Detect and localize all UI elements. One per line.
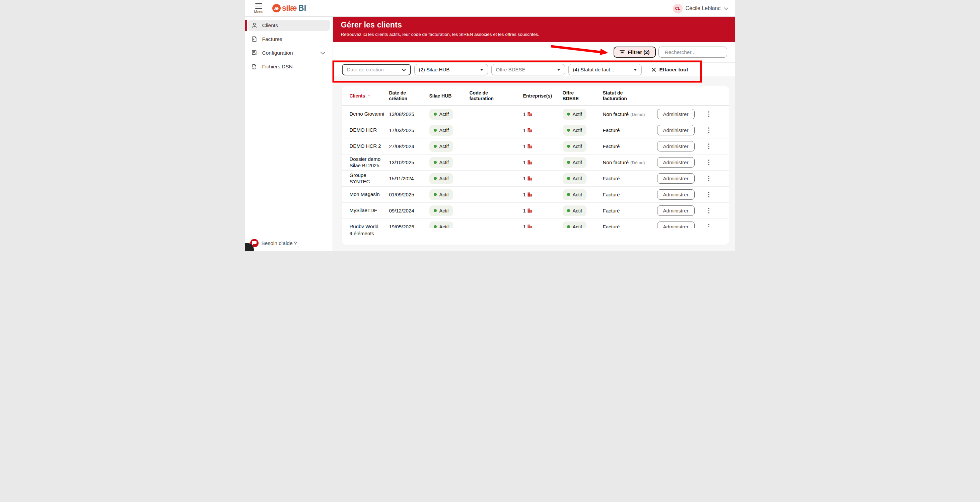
green-dot-icon [567,129,570,132]
table-row: MySilaeTDF09/12/2024Actif1ActifFacturéAd… [342,203,729,219]
administer-button[interactable]: Administrer [657,125,695,135]
row-menu-button[interactable] [707,142,711,150]
administer-button[interactable]: Administrer [657,206,695,216]
sidebar-item-clients[interactable]: Clients [248,20,330,31]
table-row: DEMO HCR 227/08/2024Actif1ActifFacturéAd… [342,139,729,155]
bdese-status: Actif [563,222,603,228]
column-header[interactable]: Code defacturation [469,90,523,102]
companies-cell: 1 [523,159,563,165]
row-menu-button[interactable] [707,158,711,167]
billing-status: Facturé [603,143,620,149]
administer-button[interactable]: Administrer [657,189,695,200]
table-row: Mon Magasin01/09/2025Actif1ActifFacturéA… [342,186,729,203]
administer-button[interactable]: Administrer [657,173,695,184]
column-header[interactable]: OffreBDESE [563,90,603,102]
action-cell: Administrer [657,109,697,119]
help-button[interactable]: Besoin d’aide ? [250,239,297,247]
action-cell: Administrer [657,125,697,135]
filter-select-statut-facturation[interactable]: (4) Statut de fact... [568,64,642,75]
filter-select-date-creation[interactable]: Date de création [342,64,411,75]
created-date: 17/03/2025 [389,127,430,133]
search-input[interactable] [665,49,732,55]
green-dot-icon [434,209,437,212]
companies-cell: 1 [523,208,563,214]
row-menu-button[interactable] [707,174,711,183]
client-name: Groupe SYNTEC [350,172,389,185]
filter-button[interactable]: Filtrer (2) [614,46,655,57]
status-active-pill: Actif [563,157,587,168]
building-icon [528,160,532,164]
created-date: 15/11/2024 [389,175,430,181]
filter-select-silae-hub[interactable]: (2) Silae HUB [414,64,488,75]
status-active-pill: Actif [430,173,453,184]
status-active-pill: Actif [563,109,587,120]
brand-suffix: BI [298,4,306,13]
status-active-pill: Actif [563,125,587,136]
row-menu-button[interactable] [707,206,711,215]
sidebar-item-label: Clients [262,22,278,29]
column-header[interactable]: Date decréation [389,90,430,102]
menu-button-label: Menu [254,10,264,14]
created-date: 19/05/2025 [389,224,430,228]
created-date: 27/08/2024 [389,143,430,149]
companies-count: 1 [523,143,526,149]
building-icon [528,192,532,197]
brand-logo[interactable]: æ silæ BI [272,4,306,13]
companies-count: 1 [523,192,526,198]
status-active-pill: Actif [430,206,453,216]
silae-hub-status: Actif [430,157,469,168]
column-header[interactable]: Clients↑ [350,93,389,99]
clear-all-filters-button[interactable]: Effacer tout [651,67,688,73]
administer-button[interactable]: Administrer [657,141,695,151]
green-dot-icon [567,209,570,212]
column-header[interactable]: Entreprise(s) [523,93,563,99]
green-dot-icon [567,113,570,116]
sidebar-item-fichiers-dsn[interactable]: DSN Fichiers DSN [248,61,330,72]
sort-ascending-icon: ↑ [368,93,370,99]
search-field[interactable] [659,46,727,57]
companies-cell: 1 [523,143,563,149]
building-icon [528,176,532,181]
dsn-file-icon: DSN [251,63,258,70]
companies-count: 1 [523,208,526,214]
administer-button[interactable]: Administrer [657,222,695,228]
billing-status: Non facturé [603,111,629,117]
client-name: MySilaeTDF [350,207,389,214]
top-bar: Menu æ silæ BI CL Cécile Leblanc [245,0,735,17]
menu-cell [697,190,721,199]
status-active-pill: Actif [563,222,587,228]
menu-cell [697,174,721,183]
sidebar-item-configuration[interactable]: Configuration [248,47,330,58]
table-row: DEMO HCR17/03/2025Actif1ActifFacturéAdmi… [342,122,729,139]
menu-button[interactable]: Menu [254,3,264,13]
person-icon [251,22,258,29]
table-footer: 9 éléments [342,228,729,245]
administer-button[interactable]: Administrer [657,157,695,167]
menu-cell [697,126,721,134]
column-header[interactable]: Statut defacturation [603,90,657,102]
filter-select-offre-bdese[interactable]: Offre BDESE [492,64,565,75]
user-menu[interactable]: CL Cécile Leblanc [673,0,729,17]
column-header[interactable]: Silae HUB [430,93,469,99]
green-dot-icon [567,193,570,196]
sidebar-item-factures[interactable]: € Factures [248,33,330,45]
green-dot-icon [434,193,437,196]
row-menu-button[interactable] [707,223,711,228]
status-active-pill: Actif [430,125,453,136]
administer-button[interactable]: Administrer [657,109,695,119]
silae-hub-status: Actif [430,173,469,184]
row-menu-button[interactable] [707,126,711,134]
building-icon [528,144,532,148]
building-icon [528,128,532,132]
companies-count: 1 [523,159,526,165]
row-menu-button[interactable] [707,110,711,118]
green-dot-icon [434,113,437,116]
billing-status-cell: Facturé [603,208,657,214]
table-row: Dossier demo Silae BI 202513/10/2025Acti… [342,155,729,171]
clients-table-card: Clients↑Date decréationSilae HUBCode def… [342,86,729,245]
bdese-status: Actif [563,141,603,152]
action-cell: Administrer [657,189,697,200]
row-menu-button[interactable] [707,190,711,199]
building-icon [528,112,532,116]
green-dot-icon [434,161,437,164]
